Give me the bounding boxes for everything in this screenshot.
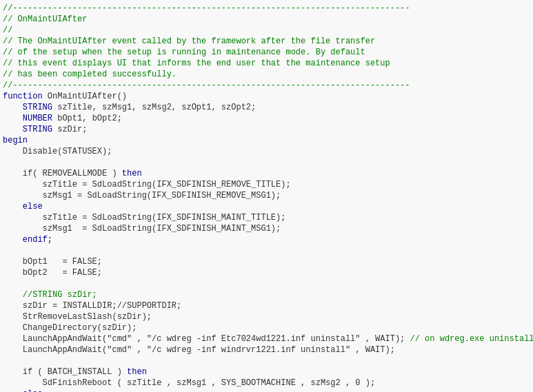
code-line: //--------------------------------------… <box>0 80 533 91</box>
code-line: endif; <box>0 234 533 245</box>
line-content: // <box>0 25 12 36</box>
token: szTitle, szMsg1, szMsg2, szOpt1, szOpt2; <box>52 103 256 112</box>
line-content: szTitle = SdLoadString(IFX_SDFINISH_MAIN… <box>0 212 285 223</box>
code-line: LaunchAppAndWait("cmd" , "/c wdreg -inf … <box>0 333 533 344</box>
line-content: LaunchAppAndWait("cmd" , "/c wdreg -inf … <box>0 333 533 344</box>
code-line: if ( BATCH_INSTALL ) then <box>0 367 533 378</box>
token: LaunchAppAndWait("cmd" , "/c wdreg -inf … <box>3 334 410 344</box>
line-content: // has been completed successfully. <box>0 69 177 80</box>
code-line: NUMBER bOpt1, bOpt2; <box>0 113 533 124</box>
token: bOpt1 = FALSE; <box>3 257 102 267</box>
token: function <box>3 92 43 101</box>
token: bOpt2 = FALSE; <box>3 268 102 278</box>
token: // has been completed successfully. <box>3 70 177 79</box>
token: // of the setup when the setup is runnin… <box>3 48 365 57</box>
code-line: szTitle = SdLoadString(IFX_SDFINISH_REMO… <box>0 179 533 190</box>
code-line: // of the setup when the setup is runnin… <box>0 47 533 58</box>
line-content: // OnMaintUIAfter <box>0 14 87 25</box>
line-content: begin <box>0 135 28 146</box>
code-line: function OnMaintUIAfter() <box>0 91 533 102</box>
token: // The OnMaintUIAfter event called by th… <box>3 37 375 46</box>
token: else <box>3 202 43 212</box>
token: SdFinishReboot ( szTitle , szMsg1 , SYS_… <box>3 378 375 388</box>
code-line <box>0 245 533 256</box>
line-content: endif; <box>0 234 52 245</box>
code-line: STRING szDir; <box>0 124 533 135</box>
code-line: szMsg1 = SdLoadString(IFX_SDFINISH_REMOV… <box>0 190 533 201</box>
token: else <box>3 389 43 392</box>
token: endif; <box>3 235 52 245</box>
token: // on wdreg.exe uninstall <box>410 334 534 344</box>
code-line: // <box>0 25 533 36</box>
code-editor[interactable]: //--------------------------------------… <box>0 0 533 392</box>
code-line: szDir = INSTALLDIR;//SUPPORTDIR; <box>0 300 533 311</box>
line-content: LaunchAppAndWait("cmd" , "/c wdreg -inf … <box>0 344 395 355</box>
code-line: bOpt2 = FALSE; <box>0 267 533 278</box>
code-line: szMsg1 = SdLoadString(IFX_SDFINISH_MAINT… <box>0 223 533 234</box>
line-content: szMsg1 = SdLoadString(IFX_SDFINISH_MAINT… <box>0 223 281 234</box>
token: if( REMOVEALLMODE ) <box>3 169 122 178</box>
token: if ( BATCH_INSTALL ) <box>3 367 127 377</box>
code-line <box>0 157 533 168</box>
token: szDir; <box>52 125 87 134</box>
token: //--------------------------------------… <box>3 3 410 13</box>
line-content: if ( BATCH_INSTALL ) then <box>0 367 147 378</box>
token: //STRING szDir; <box>3 290 97 300</box>
token: szTitle = SdLoadString(IFX_SDFINISH_MAIN… <box>3 213 285 223</box>
code-line: STRING szTitle, szMsg1, szMsg2, szOpt1, … <box>0 102 533 113</box>
code-line: szTitle = SdLoadString(IFX_SDFINISH_MAIN… <box>0 212 533 223</box>
token: szDir = INSTALLDIR;//SUPPORTDIR; <box>3 301 181 311</box>
line-content: else <box>0 201 43 212</box>
token: NUMBER <box>3 114 52 123</box>
line-content: szMsg1 = SdLoadString(IFX_SDFINISH_REMOV… <box>0 190 281 201</box>
code-line: Disable(STATUSEX); <box>0 146 533 157</box>
code-line: else <box>0 389 533 392</box>
token: STRING <box>3 103 52 112</box>
line-content: bOpt2 = FALSE; <box>0 267 102 278</box>
token: bOpt1, bOpt2; <box>52 114 122 123</box>
line-content: //--------------------------------------… <box>0 3 410 14</box>
line-content: // this event displays UI that informs t… <box>0 58 390 69</box>
code-line: // this event displays UI that informs t… <box>0 58 533 69</box>
line-content: // of the setup when the setup is runnin… <box>0 47 365 58</box>
token: Disable(STATUSEX); <box>3 147 112 156</box>
token: // <box>3 25 12 35</box>
line-content: Disable(STATUSEX); <box>0 146 112 157</box>
line-content: if( REMOVEALLMODE ) then <box>0 168 142 179</box>
token: LaunchAppAndWait("cmd" , "/c wdreg -inf … <box>3 345 395 355</box>
token: szMsg1 = SdLoadString(IFX_SDFINISH_MAINT… <box>3 224 281 234</box>
token: STRING <box>3 125 52 134</box>
token: OnMaintUIAfter() <box>43 92 127 101</box>
code-line: //STRING szDir; <box>0 289 533 300</box>
code-line <box>0 355 533 367</box>
token: // OnMaintUIAfter <box>3 14 87 24</box>
line-content: szTitle = SdLoadString(IFX_SDFINISH_REMO… <box>0 179 291 190</box>
code-line: //--------------------------------------… <box>0 3 533 14</box>
token: // this event displays UI that informs t… <box>3 59 390 68</box>
code-line: LaunchAppAndWait("cmd" , "/c wdreg -inf … <box>0 344 533 355</box>
line-content: STRING szDir; <box>0 124 87 135</box>
line-content: NUMBER bOpt1, bOpt2; <box>0 113 122 124</box>
code-line: bOpt1 = FALSE; <box>0 256 533 267</box>
token: //--------------------------------------… <box>3 81 410 90</box>
token: then <box>122 169 142 178</box>
token: begin <box>3 136 28 145</box>
line-content: bOpt1 = FALSE; <box>0 256 102 267</box>
line-content: STRING szTitle, szMsg1, szMsg2, szOpt1, … <box>0 102 256 113</box>
line-content: ChangeDirectory(szDir); <box>0 322 137 333</box>
line-content: //STRING szDir; <box>0 289 97 300</box>
code-line: if( REMOVEALLMODE ) then <box>0 168 533 179</box>
token: then <box>127 367 147 377</box>
line-content: szDir = INSTALLDIR;//SUPPORTDIR; <box>0 300 181 311</box>
token: ChangeDirectory(szDir); <box>3 323 137 333</box>
code-line: ChangeDirectory(szDir); <box>0 322 533 333</box>
line-content: StrRemoveLastSlash(szDir); <box>0 311 152 322</box>
code-line: // The OnMaintUIAfter event called by th… <box>0 36 533 47</box>
line-content: //--------------------------------------… <box>0 80 410 91</box>
line-content: else <box>0 389 43 392</box>
code-line: begin <box>0 135 533 146</box>
code-line <box>0 278 533 289</box>
line-content: SdFinishReboot ( szTitle , szMsg1 , SYS_… <box>0 378 375 389</box>
code-line: else <box>0 201 533 212</box>
code-line: // has been completed successfully. <box>0 69 533 80</box>
